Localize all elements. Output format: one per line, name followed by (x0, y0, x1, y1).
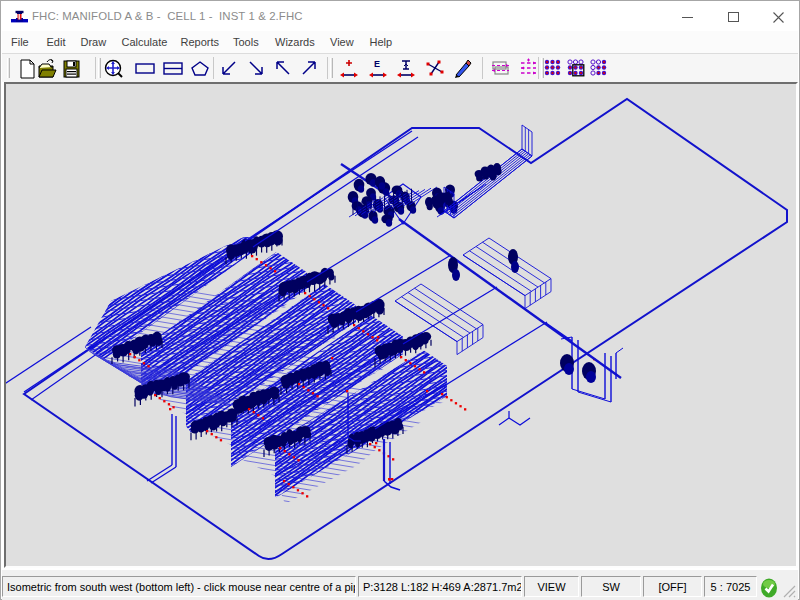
svg-text:E: E (374, 59, 380, 69)
